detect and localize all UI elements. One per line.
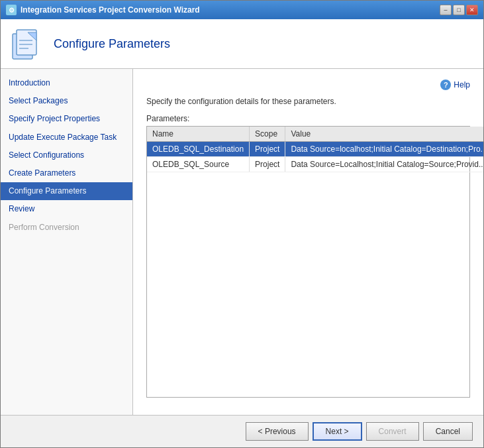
previous-button[interactable]: < Previous: [246, 422, 309, 441]
table-row[interactable]: OLEDB_SQL_Destination Project Data Sourc…: [147, 142, 483, 157]
instruction-text: Specify the configuration details for th…: [146, 97, 470, 106]
maximize-button[interactable]: □: [453, 5, 465, 15]
header-area: Configure Parameters: [1, 19, 483, 69]
title-controls: – □ ✕: [440, 5, 478, 15]
table-header-row: Name Scope Value: [147, 127, 483, 142]
close-button[interactable]: ✕: [466, 5, 478, 15]
help-icon: ?: [440, 80, 451, 90]
row1-name: OLEDB_SQL_Destination: [147, 142, 250, 157]
main-content: ? Help Specify the configuration details…: [133, 69, 483, 415]
cancel-button[interactable]: Cancel: [423, 422, 473, 441]
help-label: Help: [454, 80, 470, 89]
next-button[interactable]: Next >: [313, 422, 362, 441]
sidebar-item-select-packages[interactable]: Select Packages: [1, 92, 132, 110]
row2-name: OLEDB_SQL_Source: [147, 157, 250, 172]
row2-scope: Project: [250, 157, 285, 172]
sidebar-item-select-configurations[interactable]: Select Configurations: [1, 146, 132, 164]
title-bar: ⚙ Integration Services Project Conversio…: [1, 1, 483, 19]
col-header-scope: Scope: [250, 127, 285, 142]
sidebar-item-review[interactable]: Review: [1, 200, 132, 218]
sidebar-item-update-execute-package-task[interactable]: Update Execute Package Task: [1, 129, 132, 146]
row1-value-text: Data Source=localhost;Initial Catalog=De…: [291, 144, 483, 154]
header-icon: [11, 27, 44, 60]
main-window: ⚙ Integration Services Project Conversio…: [0, 0, 484, 448]
col-header-name: Name: [147, 127, 250, 142]
params-label: Parameters:: [146, 114, 470, 123]
content-area: Introduction Select Packages Specify Pro…: [1, 69, 483, 415]
sidebar-item-introduction[interactable]: Introduction: [1, 74, 132, 92]
params-table-container: Name Scope Value OLEDB_SQL_Destination P…: [146, 126, 470, 398]
window-title: Integration Services Project Conversion …: [21, 5, 200, 15]
app-icon: ⚙: [6, 5, 17, 15]
sidebar-item-configure-parameters[interactable]: Configure Parameters: [1, 182, 132, 200]
sidebar-item-specify-project-properties[interactable]: Specify Project Properties: [1, 110, 132, 128]
minimize-button[interactable]: –: [440, 5, 452, 15]
help-link[interactable]: ? Help: [146, 80, 470, 90]
row2-value: Data Source=Localhost;Initial Catalog=So…: [285, 157, 483, 172]
convert-button[interactable]: Convert: [366, 422, 419, 441]
sidebar-item-create-parameters[interactable]: Create Parameters: [1, 164, 132, 182]
col-header-value: Value: [285, 127, 483, 142]
table-row[interactable]: OLEDB_SQL_Source Project Data Source=Loc…: [147, 157, 483, 172]
footer: < Previous Next > Convert Cancel: [1, 415, 483, 447]
row1-scope: Project: [250, 142, 285, 157]
sidebar: Introduction Select Packages Specify Pro…: [1, 69, 133, 415]
sidebar-item-perform-conversion: Perform Conversion: [1, 219, 132, 237]
title-bar-left: ⚙ Integration Services Project Conversio…: [6, 5, 200, 15]
header-title: Configure Parameters: [54, 37, 170, 51]
params-table: Name Scope Value OLEDB_SQL_Destination P…: [147, 127, 483, 172]
row2-value-text: Data Source=Localhost;Initial Catalog=So…: [291, 160, 483, 169]
row1-value: Data Source=localhost;Initial Catalog=De…: [285, 142, 483, 157]
